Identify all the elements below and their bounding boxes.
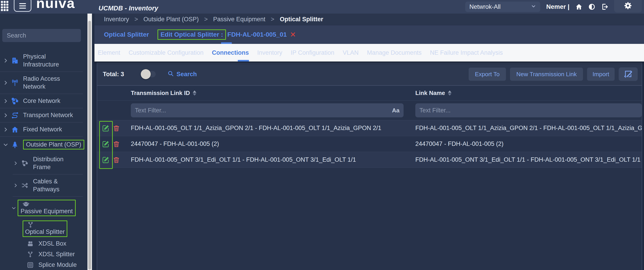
sidebar-item-label: Outside Plant (OSP) <box>23 140 84 149</box>
sidebar-item-fixed-network[interactable]: Fixed Network <box>0 123 88 136</box>
search-icon <box>168 70 174 78</box>
sidebar-item-cables-pathways[interactable]: Cables & Pathways <box>0 175 88 196</box>
breadcrumb-item[interactable]: Outside Plant (OSP) <box>144 16 199 23</box>
column-header-transmission-link-id[interactable]: Transmission Link ID <box>131 90 410 97</box>
sidebar-search-input[interactable] <box>2 29 81 42</box>
edit-icon[interactable] <box>102 140 110 148</box>
sidebar-item-label: XDSL Box <box>38 240 66 248</box>
sidebar-scrollbar[interactable] <box>88 14 92 270</box>
subtab-inventory[interactable]: Inventory <box>257 49 282 56</box>
cell-transmission-link-id: FDH-AL-001-005_ONT 3/1_Edi_OLT 1/1 - FDH… <box>131 156 410 163</box>
breadcrumb: Inventory > Outside Plant (OSP) > Passiv… <box>94 14 644 25</box>
splitter-icon <box>26 222 35 228</box>
subtab-ne-failure-impact-analysis[interactable]: NE Failure Impact Analysis <box>430 49 503 56</box>
delete-icon[interactable] <box>113 156 120 163</box>
toggle-knob <box>141 69 151 79</box>
sort-icon[interactable] <box>193 90 196 96</box>
connections-panel: Total: 3 Search Export To New Transmissi… <box>97 63 642 270</box>
logout-icon[interactable] <box>601 3 608 11</box>
tab-label: FDH-AL-001-005_01 <box>227 31 287 38</box>
sort-icon[interactable] <box>448 90 452 96</box>
tab-fdh-al-001-005-01[interactable]: FDH-AL-001-005_01 ✕ <box>227 30 296 39</box>
sidebar-gap <box>92 14 94 270</box>
sidebar-item-radio-access-network[interactable]: Radio Access Network <box>0 72 88 94</box>
subtab-customizable-configuration[interactable]: Customizable Configuration <box>128 49 204 56</box>
breadcrumb-separator: > <box>134 16 138 23</box>
chevron-right-icon <box>12 183 20 188</box>
subtab-manage-documents[interactable]: Manage Documents <box>367 49 422 56</box>
transfer-arrows-icon <box>624 69 633 79</box>
home-icon[interactable] <box>575 3 582 11</box>
sidebar-item-transport-network[interactable]: Transport Network <box>0 108 88 122</box>
table-filter-row: Aa <box>97 101 642 120</box>
splitter-icon <box>26 251 35 257</box>
sidebar-item-label: Passive Equipment <box>20 208 73 215</box>
network-nodes-icon <box>20 160 30 167</box>
sidebar-item-passive-equipment[interactable]: Passive Equipment <box>0 197 88 219</box>
sidebar-item-xdsl-box[interactable]: XDSL Box <box>0 238 88 249</box>
sidebar-item-splice-module[interactable]: Splice Module <box>0 259 88 270</box>
new-transmission-link-button[interactable]: New Transmission Link <box>510 68 583 81</box>
subtab-vlan[interactable]: VLAN <box>342 49 358 56</box>
edit-icon[interactable] <box>102 124 110 132</box>
transfer-view-button[interactable] <box>619 67 638 81</box>
cell-link-name: 24470047 - FDH-AL-001-005 (2) <box>410 140 642 147</box>
edit-icon[interactable] <box>102 156 110 164</box>
scrollbar-thumb[interactable] <box>88 21 91 269</box>
sidebar: Physical Infrastructure Radio Access Net… <box>0 14 88 270</box>
delete-icon[interactable] <box>113 125 120 132</box>
import-button[interactable]: Import <box>587 68 614 81</box>
menu-button[interactable] <box>14 0 32 12</box>
case-sensitivity-toggle[interactable]: Aa <box>392 107 400 114</box>
tab-label: Optical Splitter <box>104 31 149 38</box>
subtab-element[interactable]: Element <box>98 49 120 56</box>
subtab-bar: Element Customizable Configuration Conne… <box>94 44 644 62</box>
table-row[interactable]: FDH-AL-001-005_ONT 3/1_Edi_OLT 1/1 - FDH… <box>97 152 642 168</box>
delete-icon[interactable] <box>113 141 120 147</box>
table-search-button[interactable]: Search <box>168 70 197 78</box>
sidebar-item-label: Fixed Network <box>23 126 80 133</box>
close-icon[interactable]: ✕ <box>290 30 296 39</box>
grid-module-icon <box>26 262 35 268</box>
apps-grid-icon[interactable] <box>1 1 8 11</box>
breadcrumb-item[interactable]: Passive Equipment <box>213 16 265 23</box>
top-right-controls: Netwrok-All Nemer | <box>465 0 642 14</box>
breadcrumb-separator: > <box>271 16 274 23</box>
tab-label: Edit Optical Splitter : <box>158 29 226 40</box>
subtab-ip-configuration[interactable]: IP Configuration <box>290 49 334 56</box>
subtab-connections[interactable]: Connections <box>212 49 249 56</box>
app-logo: nuiva <box>36 0 75 11</box>
table-row[interactable]: FDH-AL-001-005_OLT 1/1_Azizia_GPON 2/1 -… <box>97 120 642 136</box>
filter-toggle[interactable] <box>141 71 156 77</box>
home-icon <box>10 126 20 133</box>
sidebar-item-outside-plant-osp[interactable]: Outside Plant (OSP) <box>0 137 88 152</box>
tab-optical-splitter[interactable]: Optical Splitter <box>104 31 149 38</box>
export-to-button[interactable]: Export To <box>469 68 506 81</box>
breadcrumb-separator: > <box>204 16 208 23</box>
sidebar-item-label: Optical Splitter <box>25 228 65 235</box>
content-area: Total: 3 Search Export To New Transmissi… <box>94 62 644 270</box>
breadcrumb-item[interactable]: Inventory <box>104 16 129 23</box>
active-tab-indicator <box>221 42 232 44</box>
tab-edit-optical-splitter[interactable]: Edit Optical Splitter : <box>158 29 226 40</box>
sidebar-item-core-network[interactable]: Core Network <box>0 94 88 108</box>
filter-input-transmission-link-id[interactable] <box>135 107 389 114</box>
ucmdb-inventory-screen: nuiva UCMDB - Inventory Netwrok-All Neme… <box>0 0 644 270</box>
column-label: Link Name <box>415 90 445 97</box>
shuffle-icon <box>20 182 30 189</box>
contrast-icon[interactable] <box>588 4 595 10</box>
table-row[interactable]: 24470047 - FDH-AL-001-005 (2) 24470047 -… <box>97 136 642 152</box>
sidebar-item-label: Splice Module <box>38 261 77 269</box>
sidebar-item-xdsl-splitter[interactable]: XDSL Splitter <box>0 249 88 259</box>
sidebar-item-distribution-frame[interactable]: Distribution Frame <box>0 152 88 174</box>
sidebar-item-physical-infrastructure[interactable]: Physical Infrastructure <box>0 50 88 72</box>
column-label: Transmission Link ID <box>131 90 190 97</box>
sidebar-item-label: Radio Access Network <box>23 75 80 91</box>
column-header-link-name[interactable]: Link Name <box>410 90 642 97</box>
sidebar-item-optical-splitter[interactable]: Optical Splitter <box>0 219 88 238</box>
settings-button[interactable] <box>614 0 642 13</box>
highlight-box: Passive Equipment <box>18 200 76 216</box>
network-select[interactable]: Netwrok-All <box>465 2 540 12</box>
table-toolbar: Total: 3 Search Export To New Transmissi… <box>97 63 642 86</box>
filter-input-link-name[interactable] <box>420 107 638 114</box>
